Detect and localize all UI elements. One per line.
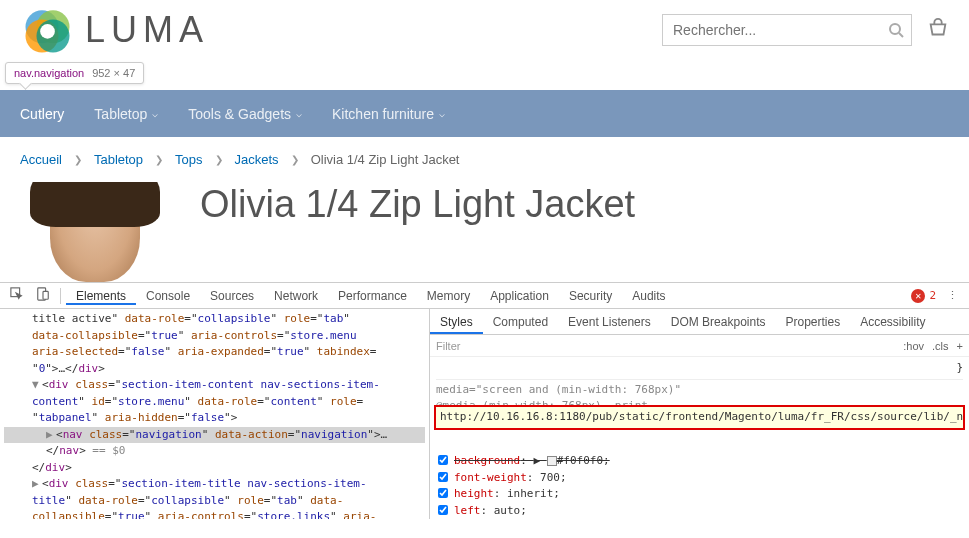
- logo-icon: [20, 3, 75, 58]
- chevron-down-icon: ⌵: [152, 108, 158, 119]
- styles-tab[interactable]: Styles: [430, 309, 483, 334]
- styles-rules[interactable]: } media="screen and (min-width: 768px)" …: [430, 357, 969, 519]
- svg-point-5: [890, 24, 900, 34]
- device-icon[interactable]: [31, 287, 55, 304]
- error-count[interactable]: 2: [929, 289, 936, 302]
- styles-tab[interactable]: Properties: [775, 309, 850, 334]
- breadcrumb-link[interactable]: Jackets: [235, 152, 279, 167]
- devtools-tab[interactable]: Memory: [417, 289, 480, 303]
- property-checkbox[interactable]: [438, 455, 448, 465]
- property-checkbox[interactable]: [438, 472, 448, 482]
- devtools-tab[interactable]: Network: [264, 289, 328, 303]
- chevron-down-icon: ⌵: [296, 108, 302, 119]
- nav-item[interactable]: Tabletop⌵: [94, 106, 158, 122]
- nav-item[interactable]: Tools & Gadgets⌵: [188, 106, 302, 122]
- add-rule-icon[interactable]: +: [957, 340, 963, 352]
- product-title: Olivia 1/4 Zip Light Jacket: [200, 182, 635, 282]
- styles-tab[interactable]: Accessibility: [850, 309, 935, 334]
- devtools-tab[interactable]: Audits: [622, 289, 675, 303]
- chevron-down-icon: ⌵: [439, 108, 445, 119]
- styles-tab[interactable]: DOM Breakpoints: [661, 309, 776, 334]
- styles-filter-input[interactable]: Filter: [436, 340, 460, 352]
- search-icon[interactable]: [888, 22, 904, 41]
- more-icon[interactable]: ⋮: [940, 289, 964, 302]
- devtools-tabs: ElementsConsoleSourcesNetworkPerformance…: [0, 283, 969, 309]
- chevron-right-icon: ❯: [74, 154, 82, 165]
- svg-point-4: [40, 24, 55, 39]
- devtools-tab[interactable]: Security: [559, 289, 622, 303]
- url-tooltip: http://10.16.16.8:1180/pub/static/fronte…: [434, 405, 965, 430]
- product-image: [20, 182, 170, 282]
- logo-text: LUMA: [85, 9, 209, 51]
- error-badge-icon[interactable]: ✕: [911, 289, 925, 303]
- css-property[interactable]: height: inherit;: [436, 486, 963, 503]
- property-checkbox[interactable]: [438, 488, 448, 498]
- devtools-tab[interactable]: Elements: [66, 289, 136, 305]
- styles-tab[interactable]: Event Listeners: [558, 309, 661, 334]
- chevron-right-icon: ❯: [155, 154, 163, 165]
- inspector-tooltip: nav.navigation 952 × 47: [5, 62, 144, 84]
- css-property[interactable]: font-weight: 700;: [436, 470, 963, 487]
- devtools-panel: ElementsConsoleSourcesNetworkPerformance…: [0, 282, 969, 519]
- css-property[interactable]: background: ▶ #f0f0f0;: [436, 453, 963, 470]
- elements-tree[interactable]: title active" data-role="collapsible" ro…: [0, 309, 429, 519]
- color-swatch-icon[interactable]: [547, 456, 557, 466]
- property-checkbox[interactable]: [438, 505, 448, 515]
- tooltip-dimensions: 952 × 47: [92, 67, 135, 79]
- search-input[interactable]: [662, 14, 912, 46]
- devtools-tab[interactable]: Sources: [200, 289, 264, 303]
- nav-item[interactable]: Kitchen furniture⌵: [332, 106, 445, 122]
- chevron-right-icon: ❯: [291, 154, 299, 165]
- breadcrumb-link[interactable]: Tabletop: [94, 152, 143, 167]
- nav-item[interactable]: Cutlery: [20, 106, 64, 122]
- styles-panel: StylesComputedEvent ListenersDOM Breakpo…: [429, 309, 969, 519]
- svg-line-6: [899, 33, 903, 37]
- styles-tab[interactable]: Computed: [483, 309, 558, 334]
- css-property[interactable]: left: auto;: [436, 503, 963, 520]
- breadcrumb-link[interactable]: Tops: [175, 152, 202, 167]
- inspect-icon[interactable]: [5, 287, 29, 304]
- cls-toggle[interactable]: .cls: [932, 340, 949, 352]
- tooltip-selector: nav.navigation: [14, 67, 84, 79]
- devtools-tab[interactable]: Application: [480, 289, 559, 303]
- logo[interactable]: LUMA: [20, 3, 209, 58]
- breadcrumb-current: Olivia 1/4 Zip Light Jacket: [311, 152, 460, 167]
- search-box: [662, 14, 912, 46]
- devtools-tab[interactable]: Console: [136, 289, 200, 303]
- main-navigation: CutleryTabletop⌵Tools & Gadgets⌵Kitchen …: [0, 90, 969, 137]
- breadcrumb-link[interactable]: Accueil: [20, 152, 62, 167]
- breadcrumb: Accueil❯Tabletop❯Tops❯Jackets❯Olivia 1/4…: [0, 137, 969, 182]
- chevron-right-icon: ❯: [215, 154, 223, 165]
- hov-toggle[interactable]: :hov: [903, 340, 924, 352]
- svg-rect-9: [43, 291, 48, 299]
- cart-icon[interactable]: [927, 18, 949, 43]
- devtools-tab[interactable]: Performance: [328, 289, 417, 303]
